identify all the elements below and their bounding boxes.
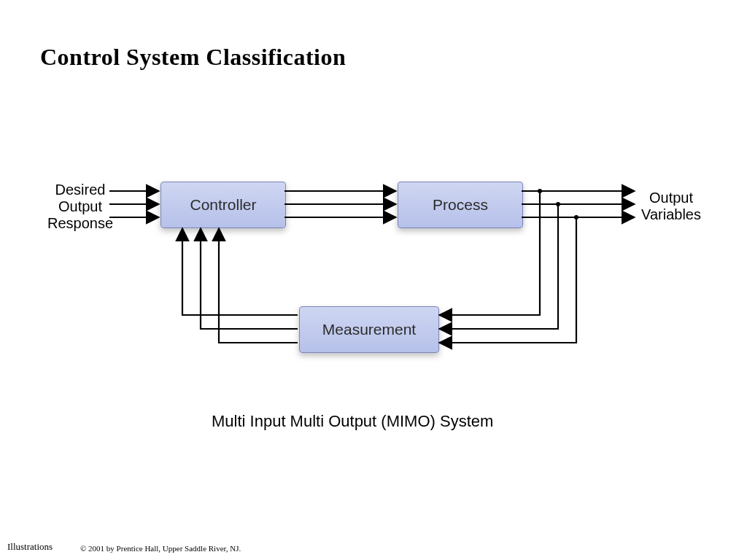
- diagram-caption: Multi Input Multi Output (MIMO) System: [212, 412, 493, 431]
- block-process: Process: [398, 182, 523, 228]
- diagram-arrows: [0, 0, 747, 560]
- page-title: Control System Classification: [40, 44, 346, 71]
- block-controller: Controller: [160, 182, 286, 228]
- footer-illustrations: Illustrations: [7, 541, 53, 553]
- svg-point-11: [574, 215, 578, 219]
- footer-copyright: © 2001 by Prentice Hall, Upper Saddle Ri…: [80, 544, 241, 553]
- slide: Control System Classification DesiredOut…: [0, 0, 747, 560]
- input-label: DesiredOutputResponse: [44, 182, 117, 232]
- svg-point-10: [556, 202, 560, 206]
- output-label: OutputVariables: [638, 190, 704, 223]
- svg-point-9: [538, 189, 542, 193]
- block-measurement: Measurement: [299, 306, 439, 353]
